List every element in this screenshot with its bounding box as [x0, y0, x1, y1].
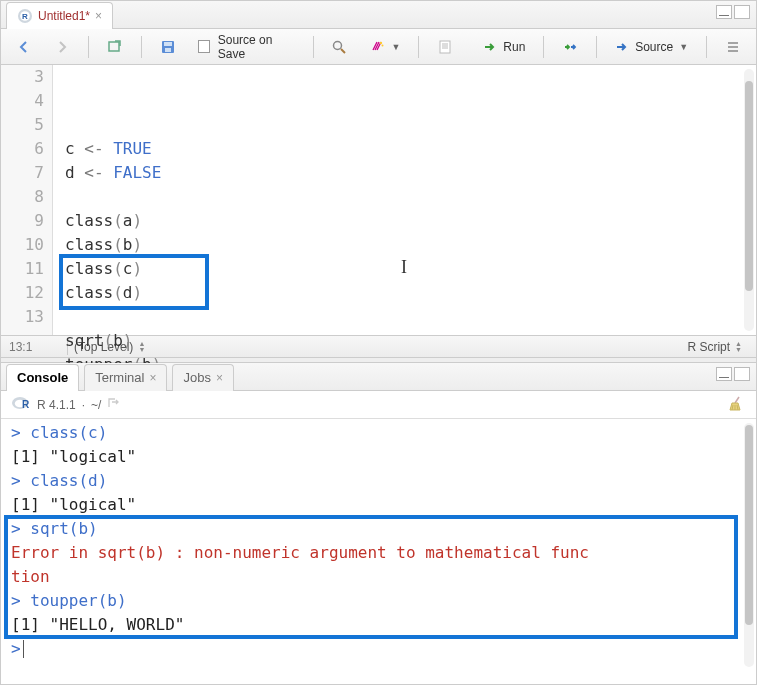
- save-button[interactable]: [153, 35, 183, 59]
- line-number: 7: [1, 161, 44, 185]
- svg-rect-3: [109, 42, 119, 51]
- editor-pane: R Untitled1* × Source on Save ▼ Run Sour: [1, 1, 756, 357]
- code-line[interactable]: class(d): [65, 281, 756, 305]
- code-line[interactable]: sqrt(b): [65, 329, 756, 353]
- minimize-icon[interactable]: [716, 367, 732, 381]
- forward-button[interactable]: [47, 35, 77, 59]
- svg-line-8: [341, 49, 345, 53]
- line-gutter: 345678910111213: [1, 65, 53, 335]
- code-area[interactable]: I c <- TRUEd <- FALSEclass(a)class(b)cla…: [53, 65, 756, 335]
- close-icon[interactable]: ×: [95, 9, 102, 23]
- pane-window-controls: [716, 5, 750, 19]
- console-tabbar: ConsoleTerminal×Jobs×: [1, 363, 756, 391]
- code-editor[interactable]: 345678910111213 I c <- TRUEd <- FALSEcla…: [1, 65, 756, 335]
- text-cursor-icon: I: [401, 255, 407, 279]
- svg-point-9: [380, 41, 382, 43]
- maximize-icon[interactable]: [734, 5, 750, 19]
- r-logo-icon: R: [11, 395, 31, 414]
- code-line[interactable]: [65, 305, 756, 329]
- close-icon[interactable]: ×: [216, 371, 223, 385]
- tab-label: Terminal: [95, 370, 144, 385]
- compile-report-button[interactable]: [430, 35, 460, 59]
- outline-button[interactable]: [718, 35, 748, 59]
- console-line: [1] "logical": [11, 445, 746, 469]
- svg-rect-11: [440, 41, 450, 53]
- code-line[interactable]: c <- TRUE: [65, 137, 756, 161]
- show-in-new-window-button[interactable]: [100, 35, 130, 59]
- svg-text:R: R: [22, 12, 28, 21]
- console-line: > class(c): [11, 421, 746, 445]
- code-line[interactable]: class(a): [65, 209, 756, 233]
- source-label: Source: [635, 40, 673, 54]
- line-number: 13: [1, 305, 44, 329]
- code-line[interactable]: d <- FALSE: [65, 161, 756, 185]
- editor-toolbar: Source on Save ▼ Run Source▼: [1, 29, 756, 65]
- console-line: tion: [11, 565, 746, 589]
- svg-point-7: [334, 41, 342, 49]
- line-number: 5: [1, 113, 44, 137]
- line-number: 6: [1, 137, 44, 161]
- console-line: Error in sqrt(b) : non-numeric argument …: [11, 541, 746, 565]
- console-pane: ConsoleTerminal×Jobs× R R 4.1.1 · ~/ > c…: [1, 363, 756, 671]
- rerun-button[interactable]: [555, 35, 585, 59]
- console-tab-jobs[interactable]: Jobs×: [172, 364, 233, 391]
- console-line: [1] "logical": [11, 493, 746, 517]
- source-button[interactable]: Source▼: [608, 35, 695, 59]
- code-line[interactable]: class(c): [65, 257, 756, 281]
- line-number: 8: [1, 185, 44, 209]
- line-number: 12: [1, 281, 44, 305]
- run-label: Run: [503, 40, 525, 54]
- console-output[interactable]: > class(c)[1] "logical"> class(d)[1] "lo…: [1, 419, 756, 671]
- find-button[interactable]: [324, 35, 354, 59]
- code-line[interactable]: [65, 185, 756, 209]
- console-line: > class(d): [11, 469, 746, 493]
- source-on-save-label: Source on Save: [218, 33, 295, 61]
- maximize-icon[interactable]: [734, 367, 750, 381]
- close-icon[interactable]: ×: [149, 371, 156, 385]
- cursor-position: 13:1: [9, 340, 67, 354]
- console-scrollbar[interactable]: [744, 423, 754, 667]
- line-number: 3: [1, 65, 44, 89]
- console-line: >: [11, 637, 746, 661]
- pane-window-controls: [716, 367, 750, 381]
- back-button[interactable]: [9, 35, 39, 59]
- editor-scrollbar[interactable]: [744, 69, 754, 331]
- line-number: 4: [1, 89, 44, 113]
- editor-tab[interactable]: R Untitled1* ×: [6, 2, 113, 29]
- tab-label: Jobs: [183, 370, 210, 385]
- code-tools-button[interactable]: ▼: [362, 35, 407, 59]
- console-line: [1] "HELLO, WORLD": [11, 613, 746, 637]
- line-number: 10: [1, 233, 44, 257]
- console-tab-console[interactable]: Console: [6, 364, 79, 391]
- svg-rect-5: [164, 42, 172, 46]
- code-line[interactable]: class(b): [65, 233, 756, 257]
- run-button[interactable]: Run: [476, 35, 532, 59]
- r-file-icon: R: [17, 8, 33, 24]
- console-tab-terminal[interactable]: Terminal×: [84, 364, 167, 391]
- chevron-down-icon: ▼: [679, 42, 688, 52]
- svg-text:R: R: [22, 399, 30, 410]
- console-line: > sqrt(b): [11, 517, 746, 541]
- minimize-icon[interactable]: [716, 5, 732, 19]
- svg-rect-6: [165, 48, 171, 52]
- line-number: 9: [1, 209, 44, 233]
- popout-icon[interactable]: [107, 397, 121, 412]
- chevron-down-icon: ▼: [391, 42, 400, 52]
- source-on-save-checkbox[interactable]: Source on Save: [191, 29, 302, 65]
- console-line: > toupper(b): [11, 589, 746, 613]
- tab-label: Console: [17, 370, 68, 385]
- line-number: 11: [1, 257, 44, 281]
- editor-tab-title: Untitled1*: [38, 9, 90, 23]
- svg-point-10: [382, 44, 384, 46]
- editor-tabbar: R Untitled1* ×: [1, 1, 756, 29]
- checkbox-icon: [198, 40, 210, 53]
